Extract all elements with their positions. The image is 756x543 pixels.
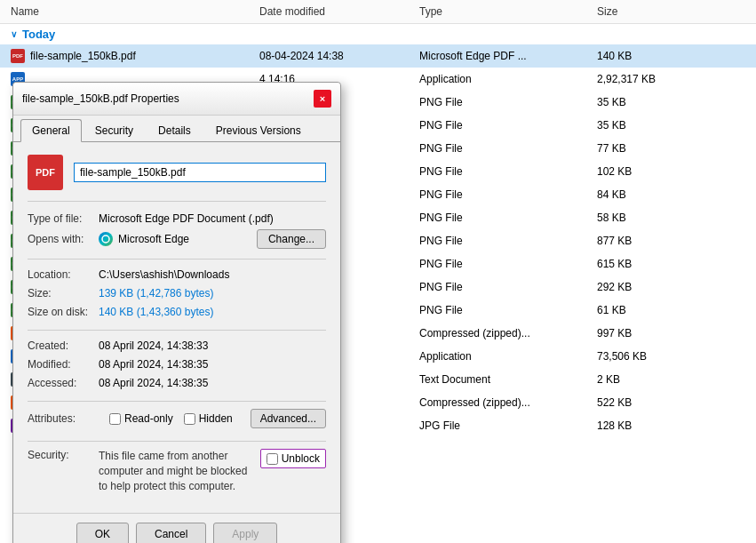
dialog-titlebar: file-sample_150kB.pdf Properties × bbox=[13, 83, 340, 116]
size-on-disk-value: 140 KB (1,43,360 bytes) bbox=[99, 304, 326, 320]
type-label: Type of file: bbox=[28, 211, 99, 227]
location-value: C:\Users\ashish\Downloads bbox=[99, 267, 326, 283]
attributes-label: Attributes: bbox=[28, 411, 99, 427]
close-button[interactable]: × bbox=[314, 90, 331, 108]
accessed-row: Accessed: 08 April 2024, 14:38:35 bbox=[28, 375, 326, 391]
hidden-checkbox-label[interactable]: Hidden bbox=[184, 411, 233, 427]
properties-dialog: file-sample_150kB.pdf Properties × Gener… bbox=[12, 82, 341, 543]
cancel-button[interactable]: Cancel bbox=[136, 523, 206, 543]
size-on-disk-row: Size on disk: 140 KB (1,43,360 bytes) bbox=[28, 304, 326, 320]
file-name-input[interactable] bbox=[74, 163, 326, 182]
accessed-label: Accessed: bbox=[28, 375, 99, 391]
unblock-container: Unblock bbox=[260, 449, 326, 468]
unblock-checkbox[interactable] bbox=[267, 453, 278, 465]
pdf-big-icon: PDF bbox=[28, 155, 63, 190]
size-label: Size: bbox=[28, 285, 99, 301]
modified-row: Modified: 08 April 2024, 14:38:35 bbox=[28, 356, 326, 372]
hidden-checkbox[interactable] bbox=[184, 413, 195, 425]
dialog-overlay: file-sample_150kB.pdf Properties × Gener… bbox=[0, 0, 756, 543]
ok-button[interactable]: OK bbox=[76, 523, 129, 543]
dialog-footer: OK Cancel Apply bbox=[13, 513, 340, 543]
dialog-tabs: General Security Details Previous Versio… bbox=[13, 116, 340, 142]
opens-with-row: Opens with: Microsoft Edge Change... bbox=[28, 229, 326, 249]
change-button[interactable]: Change... bbox=[257, 229, 326, 249]
size-row: Size: 139 KB (1,42,786 bytes) bbox=[28, 285, 326, 301]
security-text: This file came from another computer and… bbox=[99, 449, 251, 493]
unblock-label[interactable]: Unblock bbox=[282, 452, 320, 465]
opens-with-label: Opens with: bbox=[28, 231, 99, 247]
tab-security[interactable]: Security bbox=[84, 119, 145, 141]
created-row: Created: 08 April 2024, 14:38:33 bbox=[28, 338, 326, 354]
security-row: Security: This file came from another co… bbox=[28, 449, 326, 493]
type-value: Microsoft Edge PDF Document (.pdf) bbox=[99, 211, 326, 227]
readonly-label: Read-only bbox=[124, 411, 173, 427]
location-row: Location: C:\Users\ashish\Downloads bbox=[28, 267, 326, 283]
tab-details[interactable]: Details bbox=[147, 119, 203, 141]
modified-value: 08 April 2024, 14:38:35 bbox=[99, 356, 326, 372]
attributes-row: Attributes: Read-only Hidden Advanced... bbox=[28, 409, 326, 428]
location-label: Location: bbox=[28, 267, 99, 283]
type-of-file-row: Type of file: Microsoft Edge PDF Documen… bbox=[28, 211, 326, 227]
accessed-value: 08 April 2024, 14:38:35 bbox=[99, 375, 326, 391]
dialog-content: PDF Type of file: Microsoft Edge PDF Doc… bbox=[13, 142, 340, 513]
edge-icon bbox=[99, 232, 113, 246]
location-size-group: Location: C:\Users\ashish\Downloads Size… bbox=[28, 267, 326, 331]
dates-group: Created: 08 April 2024, 14:38:33 Modifie… bbox=[28, 338, 326, 402]
apply-button[interactable]: Apply bbox=[213, 523, 277, 543]
tab-general[interactable]: General bbox=[20, 119, 82, 142]
file-header-section: PDF bbox=[28, 155, 326, 202]
modified-label: Modified: bbox=[28, 356, 99, 372]
svg-point-0 bbox=[102, 236, 109, 243]
hidden-label: Hidden bbox=[199, 411, 233, 427]
readonly-checkbox[interactable] bbox=[109, 413, 121, 425]
created-label: Created: bbox=[28, 338, 99, 354]
security-label: Security: bbox=[28, 449, 99, 461]
type-opens-group: Type of file: Microsoft Edge PDF Documen… bbox=[28, 211, 326, 260]
size-on-disk-label: Size on disk: bbox=[28, 304, 99, 320]
readonly-checkbox-label[interactable]: Read-only bbox=[109, 411, 173, 427]
attributes-group: Attributes: Read-only Hidden Advanced... bbox=[28, 409, 326, 442]
tab-previous-versions[interactable]: Previous Versions bbox=[204, 119, 313, 141]
dialog-title: file-sample_150kB.pdf Properties bbox=[22, 92, 179, 105]
created-value: 08 April 2024, 14:38:33 bbox=[99, 338, 326, 354]
opens-with-app: Microsoft Edge bbox=[118, 231, 189, 247]
advanced-button[interactable]: Advanced... bbox=[251, 409, 326, 428]
size-value: 139 KB (1,42,786 bytes) bbox=[99, 285, 326, 301]
